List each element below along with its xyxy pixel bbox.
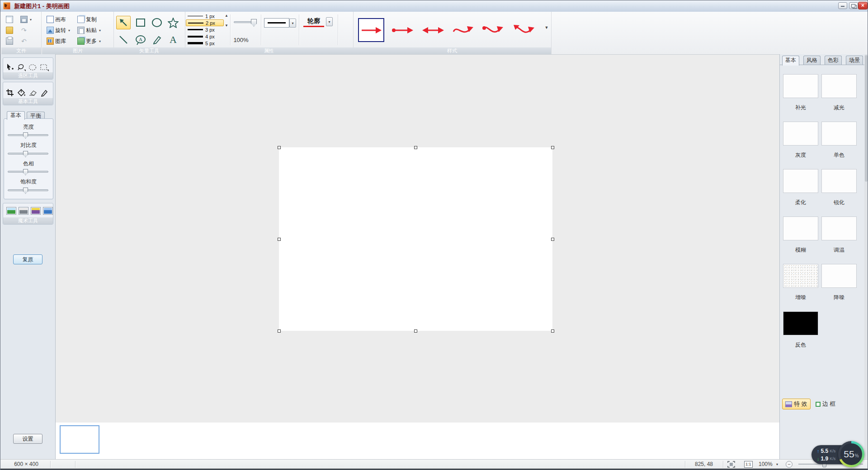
settings-button[interactable]: 设置 xyxy=(13,434,42,444)
effect-thumbnail-monochrome[interactable] xyxy=(821,122,857,146)
effect-thumbnail-add-noise[interactable] xyxy=(783,264,818,288)
progress-ball-widget[interactable]: 55 % xyxy=(838,441,864,467)
rotate-button[interactable]: 旋转▾ xyxy=(47,26,70,34)
style-more-dropdown[interactable]: ▼ xyxy=(544,25,549,30)
line-tool[interactable] xyxy=(116,33,131,47)
effect-thumbnail-grayscale[interactable] xyxy=(783,122,818,146)
border-mode-button[interactable]: 边 框 xyxy=(813,399,839,409)
effect-thumbnail-reduce-light[interactable] xyxy=(821,74,857,98)
page-thumbnail[interactable] xyxy=(60,425,99,454)
star-shape-tool[interactable] xyxy=(166,16,180,29)
gallery-button[interactable]: 图库 xyxy=(47,37,66,45)
right-tab-basic[interactable]: 基本 xyxy=(782,56,799,66)
rectangle-shape-tool[interactable] xyxy=(133,16,148,29)
canvas-artboard[interactable] xyxy=(279,147,552,331)
scrollbar-thumb[interactable] xyxy=(865,55,868,182)
copy-button[interactable]: 复制 xyxy=(77,15,97,24)
text-tool[interactable]: A xyxy=(166,33,180,47)
effect-thumbnail-invert[interactable] xyxy=(783,311,818,335)
arrow-style-straight[interactable] xyxy=(358,18,384,42)
left-tab-basic[interactable]: 基本 xyxy=(7,111,25,120)
line-style-dropdown-arrow[interactable]: ▾ xyxy=(289,19,296,28)
saturation-slider-thumb[interactable] xyxy=(23,188,28,194)
arrow-style-double[interactable] xyxy=(420,18,446,42)
ellipse-select-tool[interactable] xyxy=(28,62,38,72)
line-width-option-4px[interactable]: 4 px xyxy=(186,33,224,40)
paste-dropdown-arrow[interactable]: ▾ xyxy=(99,28,101,33)
zoom-dropdown-arrow[interactable]: ▾ xyxy=(776,462,778,466)
selection-handle-ne[interactable] xyxy=(551,146,554,149)
selection-handle-e[interactable] xyxy=(551,238,554,241)
crop-tool[interactable] xyxy=(5,88,15,98)
more-button[interactable]: 更多▾ xyxy=(77,37,101,45)
line-width-option-1px[interactable]: 1 px xyxy=(186,13,224,19)
selection-handle-sw[interactable] xyxy=(278,329,281,333)
save-button[interactable]: ▾ xyxy=(20,15,32,24)
canvas-button[interactable]: 画布 xyxy=(47,15,66,24)
save-dropdown-arrow[interactable]: ▾ xyxy=(30,18,32,22)
magic-tool-green[interactable] xyxy=(6,207,16,215)
effect-thumbnail-blur[interactable] xyxy=(783,216,818,240)
move-select-tool[interactable] xyxy=(5,62,15,72)
selection-handle-nw[interactable] xyxy=(278,146,281,149)
fill-tool[interactable] xyxy=(16,88,26,98)
line-width-option-5px[interactable]: 5 px xyxy=(186,40,224,47)
contrast-slider-track[interactable] xyxy=(8,153,48,155)
undo-button[interactable]: ↶ xyxy=(21,37,27,45)
callout-tool[interactable]: A xyxy=(133,33,148,47)
open-button[interactable] xyxy=(6,26,13,34)
magic-tool-grey[interactable] xyxy=(19,207,28,215)
outline-dropdown-arrow[interactable]: ▾ xyxy=(326,17,333,26)
saturation-slider-track[interactable] xyxy=(8,189,48,191)
selection-handle-se[interactable] xyxy=(551,329,554,333)
effect-thumbnail-fill-light[interactable] xyxy=(783,74,818,98)
selection-handle-s[interactable] xyxy=(414,329,417,333)
rect-select-tool[interactable] xyxy=(39,62,49,72)
arrow-style-wave[interactable] xyxy=(451,18,477,42)
brightness-slider-track[interactable] xyxy=(8,134,48,136)
hue-slider-track[interactable] xyxy=(8,171,48,173)
right-tab-styles[interactable]: 风格 xyxy=(803,56,821,65)
magic-tool-warm[interactable] xyxy=(31,207,41,215)
actual-size-button[interactable]: 1:1 xyxy=(744,461,753,468)
more-dropdown-arrow[interactable]: ▾ xyxy=(99,39,101,43)
brightness-slider-thumb[interactable] xyxy=(23,132,28,139)
magic-tool-cool[interactable] xyxy=(43,207,53,215)
hue-slider-thumb[interactable] xyxy=(23,169,28,175)
line-width-option-3px[interactable]: 3 px xyxy=(186,26,224,33)
selection-handle-n[interactable] xyxy=(414,146,417,149)
print-button[interactable] xyxy=(6,37,13,45)
minimize-button[interactable] xyxy=(838,2,847,9)
restore-button[interactable] xyxy=(849,2,858,9)
opacity-slider-thumb[interactable] xyxy=(251,19,257,27)
effects-mode-button[interactable]: 特 效 xyxy=(782,399,811,409)
outline-button[interactable]: 轮廓 xyxy=(303,17,324,27)
arrow-style-wave-dot[interactable] xyxy=(481,18,507,42)
redo-button[interactable]: ↷ xyxy=(21,26,27,34)
arrow-style-dot-start[interactable] xyxy=(389,18,415,42)
effect-thumbnail-sharpen[interactable] xyxy=(821,169,857,193)
restore-image-button[interactable]: 复原 xyxy=(13,254,42,264)
pencil-tool[interactable] xyxy=(150,33,164,47)
close-button[interactable]: × xyxy=(858,2,868,9)
line-width-option-2px[interactable]: 2 px xyxy=(186,19,224,26)
effect-thumbnail-denoise[interactable] xyxy=(821,264,857,288)
paste-button[interactable]: 粘贴▾ xyxy=(77,26,101,34)
arrow-shape-tool[interactable] xyxy=(116,16,131,29)
new-file-button[interactable] xyxy=(6,15,13,24)
lasso-select-tool[interactable] xyxy=(16,62,26,72)
picker-pen-tool[interactable] xyxy=(39,88,49,98)
effect-thumbnail-soften[interactable] xyxy=(783,169,818,193)
effect-thumbnail-temperature[interactable] xyxy=(821,216,857,240)
right-tab-scenes[interactable]: 场景 xyxy=(846,56,863,65)
line-width-spin-down[interactable]: ▼ xyxy=(224,24,229,28)
line-width-spin-up[interactable]: ▲ xyxy=(224,14,229,18)
right-tab-colors[interactable]: 色彩 xyxy=(825,56,842,65)
zoom-out-button[interactable]: − xyxy=(786,461,793,468)
rotate-dropdown-arrow[interactable]: ▾ xyxy=(68,28,70,33)
right-panel-scrollbar[interactable] xyxy=(864,54,868,459)
selection-handle-w[interactable] xyxy=(278,238,281,241)
arrow-style-wave-double[interactable] xyxy=(511,18,538,42)
contrast-slider-thumb[interactable] xyxy=(23,151,28,157)
ellipse-shape-tool[interactable] xyxy=(150,16,164,29)
